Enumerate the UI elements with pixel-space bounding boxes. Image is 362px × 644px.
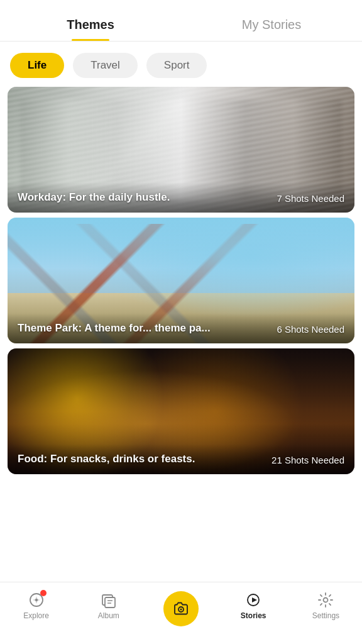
tab-my-stories[interactable]: My Stories: [181, 8, 362, 41]
nav-album[interactable]: Album: [72, 587, 145, 631]
nav-stories-label: Stories: [241, 611, 266, 620]
card-workday[interactable]: Workday: For the daily hustle. 7 Shots N…: [8, 87, 354, 213]
card-shots-themepark: 6 Shots Needed: [277, 324, 344, 335]
filter-bar: Life Travel Sport: [0, 42, 362, 87]
svg-point-12: [324, 598, 328, 602]
stories-icon: [244, 591, 262, 609]
pill-life[interactable]: Life: [10, 53, 64, 78]
header-tabs: Themes My Stories: [0, 0, 362, 42]
compass-icon: [28, 591, 45, 609]
card-title-food: Food: For snacks, drinks or feasts.: [18, 453, 195, 465]
svg-marker-11: [252, 597, 257, 602]
bottom-nav: Explore Album: [0, 582, 362, 644]
nav-explore-label: Explore: [23, 611, 49, 620]
card-title-workday: Workday: For the daily hustle.: [18, 191, 170, 204]
nav-album-label: Album: [98, 611, 119, 620]
cards-container: Workday: For the daily hustle. 7 Shots N…: [0, 87, 362, 582]
svg-point-9: [180, 609, 182, 611]
card-shots-workday: 7 Shots Needed: [277, 193, 344, 204]
nav-settings-label: Settings: [312, 611, 339, 620]
pill-travel[interactable]: Travel: [73, 53, 138, 78]
camera-button[interactable]: [163, 591, 199, 626]
card-themepark[interactable]: Theme Park: A theme for... theme pa... 6…: [8, 218, 354, 343]
nav-stories[interactable]: Stories: [217, 587, 290, 631]
settings-icon: [317, 591, 334, 609]
explore-red-dot: [40, 590, 47, 596]
nav-camera[interactable]: [145, 587, 217, 631]
nav-explore[interactable]: Explore: [0, 587, 72, 631]
nav-settings[interactable]: Settings: [290, 587, 362, 631]
tab-themes[interactable]: Themes: [0, 8, 181, 41]
card-food[interactable]: Food: For snacks, drinks or feasts. 21 S…: [8, 348, 354, 474]
card-label-row-food: Food: For snacks, drinks or feasts. 21 S…: [8, 444, 354, 474]
svg-rect-5: [105, 597, 115, 608]
card-shots-food: 21 Shots Needed: [272, 455, 344, 465]
svg-point-3: [35, 599, 38, 601]
card-label-row-workday: Workday: For the daily hustle. 7 Shots N…: [8, 182, 354, 213]
card-title-themepark: Theme Park: A theme for... theme pa...: [18, 322, 211, 335]
album-icon: [100, 591, 118, 609]
card-label-row-themepark: Theme Park: A theme for... theme pa... 6…: [8, 313, 354, 343]
pill-sport[interactable]: Sport: [146, 53, 207, 78]
